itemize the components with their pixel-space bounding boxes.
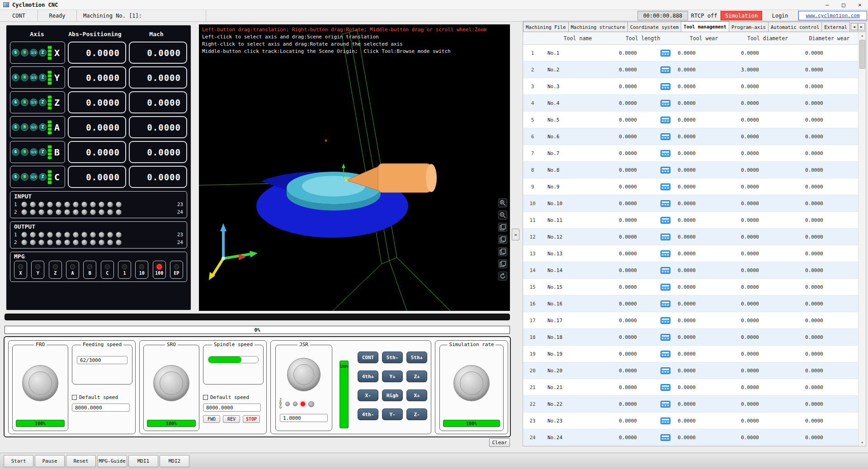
- io-indicator-dot[interactable]: [64, 232, 70, 238]
- tool-length-measure-icon[interactable]: [660, 66, 670, 73]
- table-scrollbar[interactable]: ▲ ▼: [858, 32, 866, 446]
- io-indicator-dot[interactable]: [116, 239, 122, 245]
- simulation-button[interactable]: Simulation: [721, 11, 762, 20]
- io-indicator-dot[interactable]: [56, 232, 61, 238]
- mpg-button-x[interactable]: X: [14, 261, 27, 279]
- bottom-tab-pause[interactable]: Pause: [35, 455, 65, 467]
- axis-mode-button-half[interactable]: 1/2: [30, 49, 38, 56]
- jog-button-4th-[interactable]: 4th-: [358, 408, 378, 420]
- expand-panel-button[interactable]: »: [512, 229, 519, 240]
- io-indicator-dot[interactable]: [107, 239, 113, 245]
- tool-row[interactable]: 4No.40.00000.00000.00000.0000: [523, 95, 858, 112]
- tool-row[interactable]: 17No.170.00000.00000.00000.0000: [523, 312, 858, 329]
- axis-mode-button-g[interactable]: G: [12, 173, 19, 181]
- view-3-icon[interactable]: [498, 247, 507, 256]
- simulation-rate-knob[interactable]: [453, 365, 490, 401]
- io-indicator-dot[interactable]: [116, 202, 122, 207]
- spindle-default-speed-row[interactable]: Default speed: [203, 394, 264, 400]
- tool-length-measure-icon[interactable]: [660, 167, 670, 174]
- tab-tool-management[interactable]: Tool management: [681, 21, 729, 32]
- io-indicator-dot[interactable]: [21, 232, 27, 238]
- clear-button[interactable]: Clear: [489, 438, 510, 447]
- io-indicator-dot[interactable]: [90, 232, 96, 238]
- jog-button-z-[interactable]: Z-: [406, 408, 427, 420]
- minimize-icon[interactable]: —: [819, 0, 835, 9]
- rev-button[interactable]: REV: [223, 415, 240, 423]
- axis-mode-button-half[interactable]: 1/2: [30, 173, 38, 181]
- tool-row[interactable]: 14No.140.00000.00000.00000.0000: [523, 262, 858, 279]
- io-indicator-dot[interactable]: [38, 232, 44, 238]
- mpg-button-a[interactable]: A: [66, 261, 79, 279]
- tool-row[interactable]: 11No.110.00000.00000.00000.0000: [523, 212, 858, 229]
- io-indicator-dot[interactable]: [47, 232, 53, 238]
- axis-mode-button-g[interactable]: G: [12, 148, 19, 156]
- reset-view-icon[interactable]: [498, 272, 507, 281]
- website-link-text[interactable]: www.cyclmotion.com: [806, 13, 859, 19]
- tool-length-measure-icon[interactable]: [660, 351, 670, 357]
- axis-mode-button-z[interactable]: Z: [39, 123, 47, 131]
- mpg-button-ep[interactable]: EP: [170, 261, 183, 279]
- tool-length-measure-icon[interactable]: [660, 183, 670, 190]
- io-indicator-dot[interactable]: [73, 202, 79, 207]
- mpg-button-1[interactable]: 1: [118, 261, 131, 279]
- tool-length-measure-icon[interactable]: [660, 133, 670, 140]
- io-indicator-dot[interactable]: [107, 232, 113, 238]
- io-indicator-dot[interactable]: [90, 209, 96, 215]
- jog-button-x-[interactable]: X+: [406, 389, 427, 401]
- tool-row[interactable]: 18No.180.00000.00000.00000.0000: [523, 329, 858, 346]
- io-indicator-dot[interactable]: [99, 232, 104, 238]
- tool-row[interactable]: 7No.70.00000.00000.00000.0000: [523, 145, 858, 162]
- jsr-knob[interactable]: [287, 358, 321, 391]
- tool-row[interactable]: 6No.60.00000.00000.00000.0000: [523, 128, 858, 145]
- io-indicator-dot[interactable]: [81, 239, 87, 245]
- zoom-out-icon[interactable]: [498, 211, 507, 220]
- axis-mode-button-h[interactable]: H: [21, 74, 28, 81]
- tab-program-axis[interactable]: Program-axis: [729, 22, 769, 32]
- axis-mode-button-h[interactable]: H: [21, 148, 28, 156]
- tab-machining-structure[interactable]: Machining structure: [568, 22, 628, 32]
- scrollbar-thumb[interactable]: [859, 40, 865, 69]
- io-indicator-dot[interactable]: [56, 209, 61, 215]
- jsr-percent-bar[interactable]: 100%: [340, 361, 349, 428]
- axis-mode-button-z[interactable]: Z: [39, 148, 47, 156]
- io-indicator-dot[interactable]: [107, 202, 113, 207]
- zoom-in-icon[interactable]: [498, 198, 507, 207]
- mpg-button-10[interactable]: 10: [135, 261, 148, 279]
- io-indicator-dot[interactable]: [116, 232, 122, 238]
- tool-length-measure-icon[interactable]: [660, 334, 670, 341]
- tool-length-measure-icon[interactable]: [660, 50, 670, 56]
- io-indicator-dot[interactable]: [73, 239, 79, 245]
- tool-row[interactable]: 5No.50.00000.00000.00000.0000: [523, 112, 858, 128]
- tool-length-measure-icon[interactable]: [660, 217, 670, 224]
- view-4-icon[interactable]: [498, 259, 507, 268]
- io-indicator-dot[interactable]: [99, 202, 104, 207]
- jog-button-y-[interactable]: Y-: [382, 408, 403, 420]
- tab-coordinate-system[interactable]: Coordinate system: [627, 22, 681, 32]
- tool-row[interactable]: 10No.100.00000.00000.00000.0000: [523, 195, 858, 212]
- tool-row[interactable]: 16No.160.00000.00000.00000.0000: [523, 295, 858, 312]
- tool-length-measure-icon[interactable]: [660, 117, 670, 123]
- io-indicator-dot[interactable]: [38, 239, 44, 245]
- tool-length-measure-icon[interactable]: [660, 234, 670, 240]
- tool-row[interactable]: 20No.200.00000.00000.00000.0000: [523, 362, 858, 379]
- io-indicator-dot[interactable]: [81, 232, 87, 238]
- io-indicator-dot[interactable]: [30, 209, 36, 215]
- tool-length-measure-icon[interactable]: [660, 100, 670, 107]
- feeding-default-speed-row[interactable]: Default speed: [72, 394, 132, 400]
- close-icon[interactable]: ×: [852, 0, 868, 9]
- io-indicator-dot[interactable]: [99, 239, 104, 245]
- bottom-tab-start[interactable]: Start: [4, 455, 33, 467]
- axis-mode-button-h[interactable]: H: [21, 98, 28, 106]
- scroll-down-icon[interactable]: ▼: [861, 439, 863, 446]
- tab-automatic-control[interactable]: Automatic control: [768, 22, 822, 32]
- maximize-icon[interactable]: □: [835, 0, 852, 9]
- tool-length-measure-icon[interactable]: [660, 83, 670, 90]
- io-indicator-dot[interactable]: [21, 239, 27, 245]
- axis-mode-button-g[interactable]: G: [12, 98, 19, 106]
- io-indicator-dot[interactable]: [38, 202, 44, 207]
- tab-scroll-right-icon[interactable]: ▶: [858, 23, 865, 30]
- bottom-tab-mdi2[interactable]: MDI2: [160, 455, 189, 467]
- axis-mode-button-h[interactable]: H: [21, 123, 28, 131]
- feeding-default-value-input[interactable]: 8000.0000: [72, 403, 130, 412]
- jog-button-4th-[interactable]: 4th+: [358, 371, 378, 382]
